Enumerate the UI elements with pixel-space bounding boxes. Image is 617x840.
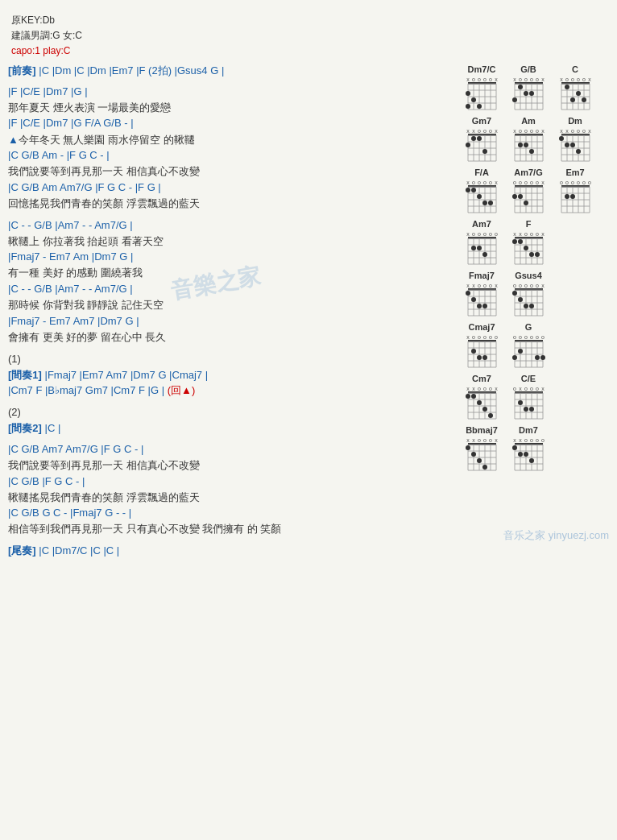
svg-point-391	[482, 465, 487, 470]
svg-text:o: o	[513, 180, 516, 185]
chord-diagram: Cmaj7xooooo	[460, 322, 503, 370]
svg-text:o: o	[519, 334, 522, 340]
lyric-line: 我們說要等到再見那一天 相信真心不改變	[8, 457, 453, 474]
svg-point-127	[559, 136, 564, 141]
svg-point-108	[529, 149, 534, 154]
chord-line: |Fmaj7 - Em7 Am |Dm7 G |	[8, 250, 453, 264]
svg-point-325	[540, 355, 545, 360]
svg-text:o: o	[560, 180, 563, 185]
chord-name: Fmaj7	[469, 271, 495, 280]
svg-point-215	[482, 252, 487, 257]
chord-row: Bbmaj7xxoooxDm7xxoooo	[460, 425, 609, 474]
svg-text:o: o	[489, 386, 492, 391]
svg-point-347	[482, 407, 487, 412]
svg-text:o: o	[524, 231, 528, 237]
lyric-line: 我們說要等到再見那一天 相信真心不改變	[8, 163, 453, 180]
svg-point-21	[477, 104, 482, 109]
svg-text:o: o	[478, 386, 481, 391]
svg-text:x: x	[513, 231, 516, 237]
chord-diagram: Am7/Gooooox	[507, 168, 550, 216]
svg-point-130	[576, 149, 581, 154]
blank-line	[8, 399, 453, 403]
svg-text:o: o	[495, 231, 498, 237]
svg-point-279	[512, 291, 517, 296]
svg-point-236	[524, 246, 528, 250]
chord-row: Cmaj7xoooooGoooooo	[460, 322, 609, 370]
svg-point-152	[482, 201, 487, 205]
svg-point-302	[477, 355, 482, 360]
svg-point-348	[488, 413, 493, 418]
chord-line: |C G/B Am - |F G C - |	[8, 148, 453, 163]
svg-point-153	[488, 201, 493, 205]
svg-text:o: o	[536, 128, 539, 134]
chord-name: Gsus4	[515, 271, 542, 280]
svg-text:x: x	[495, 283, 498, 288]
chord-name: Dm7/C	[468, 64, 496, 74]
svg-text:o: o	[524, 437, 528, 443]
chord-name: C	[572, 64, 578, 74]
lyric-line: 那年夏天 煙火表演 一場最美的愛戀	[8, 100, 453, 116]
chord-name: Dm	[568, 116, 582, 126]
blank-line	[8, 538, 453, 543]
svg-point-344	[466, 394, 470, 399]
svg-point-389	[471, 452, 476, 457]
svg-text:o: o	[519, 283, 522, 288]
blank-line	[8, 346, 453, 350]
svg-text:o: o	[478, 77, 481, 82]
svg-text:x: x	[495, 128, 498, 134]
svg-text:x: x	[472, 283, 475, 288]
svg-text:o: o	[478, 437, 481, 443]
svg-text:o: o	[489, 128, 492, 134]
svg-text:o: o	[571, 77, 574, 82]
svg-point-258	[471, 297, 476, 302]
svg-text:o: o	[530, 128, 533, 134]
page-container: 原KEY:Db 建議男調:G 女:C capo:1 play:C [前奏] |C…	[0, 0, 617, 567]
svg-text:x: x	[588, 128, 591, 134]
chord-name: Cmaj7	[468, 322, 495, 332]
svg-text:x: x	[466, 283, 470, 288]
svg-point-193	[565, 194, 569, 199]
lyric-line: 相信等到我們再見那一天 只有真心不改變 我們擁有 的 笑顏	[8, 521, 453, 537]
svg-point-388	[466, 445, 470, 450]
chord-diagram: Fmaj7xxooox	[460, 271, 503, 319]
chord-name: Em7	[565, 168, 584, 177]
chord-line: |C G/B G C - |Fmaj7 G - - |	[8, 506, 453, 520]
svg-text:x: x	[541, 231, 545, 237]
svg-text:o: o	[536, 334, 539, 340]
svg-point-413	[529, 458, 534, 463]
svg-point-390	[477, 458, 482, 463]
svg-text:o: o	[530, 77, 533, 82]
svg-text:o: o	[472, 180, 475, 185]
svg-text:o: o	[483, 437, 487, 443]
chord-row: Cm7xxoooxC/Eoxooox	[460, 374, 609, 422]
svg-text:o: o	[536, 386, 539, 391]
svg-point-345	[471, 394, 476, 399]
chord-line: |C - - G/B |Am7 - - Am7/G |	[8, 282, 453, 296]
svg-point-257	[466, 291, 470, 296]
svg-text:o: o	[536, 180, 539, 185]
svg-point-150	[471, 188, 476, 192]
svg-text:o: o	[565, 77, 569, 82]
blank-line	[8, 79, 453, 84]
svg-text:x: x	[495, 180, 498, 185]
svg-text:x: x	[541, 128, 545, 134]
svg-text:x: x	[588, 77, 591, 82]
svg-text:o: o	[478, 283, 481, 288]
svg-point-410	[512, 445, 517, 450]
svg-text:o: o	[483, 180, 487, 185]
chord-name: Dm7	[519, 425, 538, 435]
chord-diagram: Amxoooox	[507, 116, 550, 164]
svg-point-41	[524, 91, 528, 96]
svg-point-412	[524, 452, 528, 457]
svg-point-303	[482, 355, 487, 360]
svg-text:o: o	[536, 77, 539, 82]
chord-diagram: Goooooo	[507, 322, 550, 370]
svg-text:o: o	[530, 180, 533, 185]
chord-name: Cm7	[472, 374, 491, 383]
svg-text:o: o	[571, 128, 574, 134]
svg-text:o: o	[489, 231, 492, 237]
svg-point-194	[570, 194, 575, 199]
svg-text:o: o	[530, 283, 533, 288]
svg-text:x: x	[513, 437, 516, 443]
svg-text:o: o	[513, 334, 516, 340]
